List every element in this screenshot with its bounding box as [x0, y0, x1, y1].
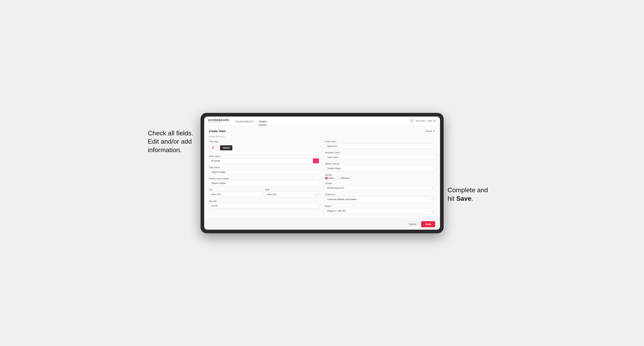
- conference-group: Conference University Athletic Associati…: [325, 193, 435, 202]
- gender-mens-option[interactable]: Mens: [325, 177, 334, 179]
- right-column: Head Coach Assistant Coach Athletic Dire…: [325, 141, 435, 214]
- colour-swatch[interactable]: [313, 158, 319, 164]
- region-value: Region II - (M) DIII: [327, 210, 429, 212]
- city-state-group: City State New York × ▲: [209, 188, 319, 197]
- nav-bar: SCOREBOARD Powered by clippd TOURNAMENTS…: [204, 117, 440, 126]
- head-coach-label: Head Coach: [325, 141, 435, 143]
- section-label: TEAM DETAILS: [209, 136, 435, 138]
- region-label: Region: [325, 205, 435, 207]
- display-name-group: Display name (unique): [209, 177, 319, 186]
- conference-value: University Athletic Association: [327, 198, 429, 200]
- zip-group: Zip code: [209, 200, 319, 208]
- region-clear-icon[interactable]: ×: [430, 210, 431, 212]
- division-select-input[interactable]: NCAA Division III: [325, 185, 435, 191]
- user-avatar: [410, 119, 414, 123]
- save-button[interactable]: Save: [421, 221, 435, 227]
- team-name-label: Team name: [209, 166, 319, 169]
- division-group: Division NCAA Division III ▲ ▼: [325, 182, 435, 191]
- gender-mens-radio[interactable]: [325, 177, 328, 179]
- assistant-coach-input[interactable]: [325, 155, 435, 160]
- page-title: Create Team: [209, 130, 226, 133]
- athletic-director-input[interactable]: [325, 166, 435, 171]
- zip-input[interactable]: [209, 203, 319, 208]
- tab-tournaments[interactable]: TOURNAMENTS: [235, 120, 254, 125]
- cancel-button[interactable]: Cancel: [406, 221, 419, 227]
- conference-arrows-icon: ▲ ▼: [432, 198, 434, 201]
- conference-label: Conference: [325, 193, 435, 196]
- division-select[interactable]: NCAA Division III ▲ ▼: [325, 185, 435, 191]
- gender-womens-radio[interactable]: [337, 177, 340, 179]
- city-label: City: [209, 188, 263, 191]
- division-label: Division: [325, 182, 435, 184]
- colour-input-wrap: [209, 158, 319, 164]
- conference-select[interactable]: University Athletic Association × ▲ ▼: [325, 196, 435, 202]
- gender-row: Mens Womens: [325, 177, 435, 179]
- state-label: State: [265, 188, 319, 191]
- state-clear-icon[interactable]: ×: [314, 193, 315, 195]
- state-group: State New York × ▲ ▼: [265, 188, 319, 197]
- team-logo-group: Team logo C Upload: [209, 141, 319, 152]
- head-coach-group: Head Coach: [325, 141, 435, 149]
- app-logo-title: SCOREBOARD: [208, 119, 229, 121]
- tab-teams[interactable]: TEAMS: [258, 120, 266, 125]
- zip-label: Zip code: [209, 200, 319, 202]
- state-arrows-icon: ▲ ▼: [316, 193, 318, 196]
- nav-left: SCOREBOARD Powered by clippd TOURNAMENTS…: [208, 117, 267, 126]
- form-grid: Team logo C Upload Team colour: [209, 141, 435, 214]
- gender-group: Gender Mens Womens: [325, 174, 435, 179]
- colour-text-input[interactable]: [209, 158, 313, 164]
- region-group: Region Region II - (M) DIII × ▲ ▼: [325, 205, 435, 214]
- annotation-left: Check all fields. Edit and/or add inform…: [148, 129, 196, 154]
- upload-button[interactable]: Upload: [220, 145, 232, 150]
- form-footer: Cancel Save: [204, 218, 440, 230]
- team-name-group: Team name: [209, 166, 319, 174]
- signout-link[interactable]: Sign out: [428, 120, 436, 122]
- team-name-input[interactable]: [209, 169, 319, 174]
- tablet-screen: SCOREBOARD Powered by clippd TOURNAMENTS…: [204, 117, 440, 230]
- region-arrows-icon: ▲ ▼: [432, 209, 434, 212]
- left-column: Team logo C Upload Team colour: [209, 141, 319, 214]
- nav-right: Test User | Sign out: [410, 119, 436, 123]
- tablet-frame: SCOREBOARD Powered by clippd TOURNAMENTS…: [200, 113, 444, 233]
- state-value: New York: [267, 193, 276, 196]
- logo-upload-area: C Upload: [209, 144, 319, 152]
- header-cancel-button[interactable]: Cancel ✕: [425, 130, 435, 133]
- gender-mens-label: Mens: [329, 177, 334, 179]
- team-logo-label: Team logo: [209, 141, 319, 143]
- assistant-coach-group: Assistant Coach: [325, 152, 435, 160]
- display-name-input[interactable]: [209, 180, 319, 186]
- city-state-row: City State New York × ▲: [209, 188, 319, 197]
- head-coach-input[interactable]: [325, 144, 435, 149]
- gender-womens-label: Womens: [340, 177, 349, 179]
- team-colour-label: Team colour: [209, 155, 319, 158]
- athletic-director-label: Athletic Director: [325, 163, 435, 165]
- gender-womens-option[interactable]: Womens: [337, 177, 349, 179]
- nav-tabs: TOURNAMENTS TEAMS: [235, 117, 266, 126]
- state-select[interactable]: New York × ▲ ▼: [265, 192, 319, 197]
- display-name-label: Display name (unique): [209, 177, 319, 180]
- app-logo: SCOREBOARD Powered by clippd: [208, 119, 229, 123]
- gender-label: Gender: [325, 174, 435, 176]
- annotation-right: Complete and hit Save.: [448, 186, 500, 203]
- app-logo-subtitle: Powered by clippd: [208, 121, 229, 123]
- region-select[interactable]: Region II - (M) DIII × ▲ ▼: [325, 208, 435, 214]
- main-content: Create Team Cancel ✕ TEAM DETAILS Team l…: [204, 126, 440, 218]
- athletic-director-group: Athletic Director: [325, 163, 435, 171]
- city-input[interactable]: [209, 192, 263, 197]
- team-colour-group: Team colour: [209, 155, 319, 164]
- page-header: Create Team Cancel ✕: [209, 130, 435, 133]
- assistant-coach-label: Assistant Coach: [325, 152, 435, 154]
- logo-circle: C: [209, 144, 218, 152]
- user-label: Test User |: [416, 120, 426, 122]
- conference-clear-icon[interactable]: ×: [430, 198, 431, 200]
- city-group: City: [209, 188, 263, 197]
